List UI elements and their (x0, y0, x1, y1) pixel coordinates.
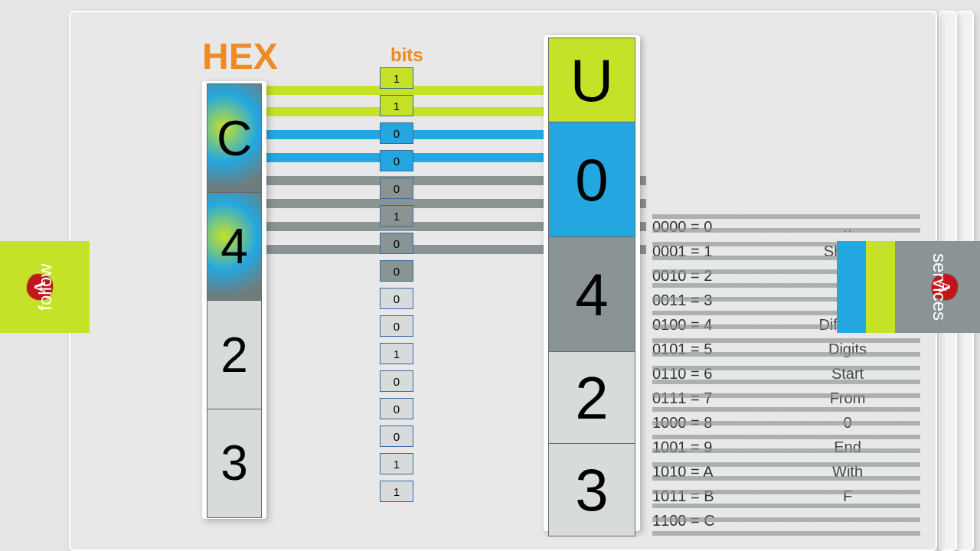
utf-cell: 4 (548, 236, 635, 353)
services-tab[interactable]: Aservices (895, 241, 980, 333)
bit-cell: 0 (380, 425, 413, 447)
bit-cell: 0 (380, 233, 413, 254)
bit-cell: 1 (380, 95, 413, 116)
bit-cell: 1 (380, 453, 413, 474)
bit-cell: 0 (380, 260, 413, 282)
bit-cell: 1 (380, 481, 413, 502)
utf-column: U0423 (544, 35, 640, 531)
hex-map-row: 1100 = C (652, 508, 920, 533)
services-tab-label: services (929, 241, 950, 333)
follow-tab-label: follow (34, 241, 56, 333)
utf-cell: 0 (548, 122, 635, 238)
bit-cell: 0 (380, 398, 413, 419)
hex-digit: 2 (207, 300, 262, 410)
bit-cell: 0 (380, 288, 413, 309)
utf-cell: 2 (548, 351, 635, 445)
hex-column: C423 (202, 81, 266, 519)
bits-heading: bits (390, 44, 423, 66)
stage: HEX bits C423 1100010000100011 U0423 ..S… (0, 0, 980, 551)
hex-map-row: 1101 = D (652, 533, 920, 536)
bit-cell: 0 (380, 150, 413, 171)
bit-cell: 1 (380, 343, 413, 364)
bit-cell: 0 (380, 178, 413, 199)
bit-cell: 0 (380, 370, 413, 392)
bits-column: 1100010000100011 (380, 67, 413, 508)
bit-cell: 0 (380, 315, 413, 337)
utf-cell: 3 (548, 443, 635, 536)
main-card: HEX bits C423 1100010000100011 U0423 ..S… (69, 11, 937, 551)
follow-tab[interactable]: A follow (0, 241, 90, 333)
hex-heading: HEX (202, 35, 278, 77)
hex-digit: 3 (207, 409, 262, 519)
bit-cell: 0 (380, 122, 413, 144)
bit-cell: 1 (380, 67, 413, 89)
utf-cell: U (548, 37, 635, 123)
hex-digit: C (207, 83, 262, 194)
bit-cell: 1 (380, 205, 413, 227)
hex-digit: 4 (207, 192, 262, 302)
